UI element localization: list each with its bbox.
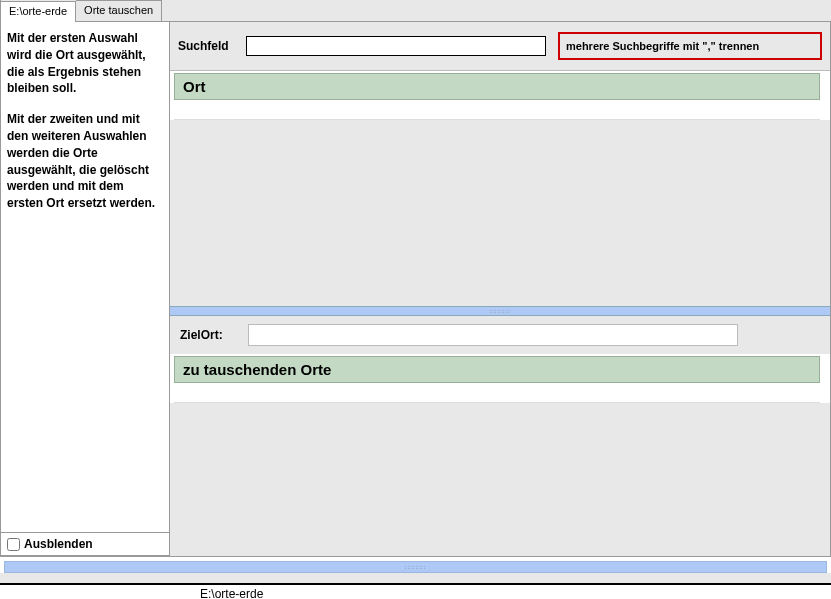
zielort-row: ZielOrt: — [170, 316, 830, 354]
ausblenden-row: Ausblenden — [1, 533, 169, 555]
search-hint-text: mehrere Suchbegriffe mit "," trennen — [566, 40, 759, 52]
search-row: Suchfeld mehrere Suchbegriffe mit "," tr… — [170, 22, 830, 71]
zu-tauschen-list[interactable] — [174, 383, 820, 403]
search-input[interactable] — [246, 36, 546, 56]
horizontal-splitter[interactable]: :::::::: — [170, 306, 830, 316]
bottom-gap — [0, 573, 831, 583]
main-area: Mit der ersten Auswahl wird die Ort ausg… — [0, 22, 831, 556]
status-path: E:\orte-erde — [200, 587, 263, 599]
ort-list[interactable] — [174, 100, 820, 120]
status-bar: E:\orte-erde — [0, 583, 831, 599]
ausblenden-checkbox[interactable] — [7, 538, 20, 551]
section-header-ort: Ort — [174, 73, 820, 100]
search-label: Suchfeld — [178, 39, 238, 53]
right-panel: Suchfeld mehrere Suchbegriffe mit "," tr… — [170, 22, 831, 556]
upper-spacer — [170, 120, 830, 306]
lower-spacer — [170, 403, 830, 556]
bottom-splitter-area: :::::::: — [0, 556, 831, 583]
search-hint-box: mehrere Suchbegriffe mit "," trennen — [558, 32, 822, 60]
left-panel: Mit der ersten Auswahl wird die Ort ausg… — [0, 22, 170, 556]
info-para-2: Mit der zweiten und mit den weiteren Aus… — [7, 111, 163, 212]
bottom-splitter[interactable]: :::::::: — [4, 561, 827, 573]
section-header-zu-tauschen: zu tauschenden Orte — [174, 356, 820, 383]
zielort-input[interactable] — [248, 324, 738, 346]
ausblenden-label: Ausblenden — [24, 537, 93, 551]
info-para-1: Mit der ersten Auswahl wird die Ort ausg… — [7, 30, 163, 97]
zielort-label: ZielOrt: — [180, 328, 240, 342]
info-text: Mit der ersten Auswahl wird die Ort ausg… — [1, 22, 169, 533]
tab-bar: E:\orte-erde Orte tauschen — [0, 0, 831, 22]
tab-orte-erde[interactable]: E:\orte-erde — [1, 1, 76, 22]
tab-orte-tauschen[interactable]: Orte tauschen — [76, 0, 162, 21]
